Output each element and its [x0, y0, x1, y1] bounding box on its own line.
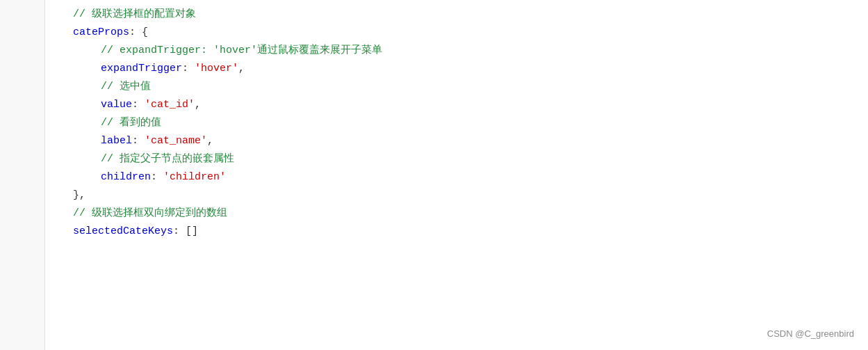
key-blue-text: value: [101, 96, 132, 114]
comment-text: // expandTrigger: 'hover'通过鼠标覆盖来展开子菜单: [101, 42, 382, 60]
code-line: label: 'cat_name',: [45, 132, 868, 150]
punctuation-text: :: [151, 168, 163, 186]
string-red-text: 'cat_name': [145, 132, 207, 150]
watermark: CSDN @C_greenbird: [767, 327, 854, 342]
code-line: cateProps: {: [45, 24, 868, 42]
punctuation-text: : []: [173, 223, 198, 241]
punctuation-text: ,: [195, 96, 201, 114]
punctuation-text: :: [182, 60, 195, 78]
code-line: },: [45, 186, 868, 205]
code-line: // expandTrigger: 'hover'通过鼠标覆盖来展开子菜单: [45, 42, 868, 60]
string-red-text: 'cat_id': [145, 96, 195, 114]
punctuation-text: },: [73, 186, 85, 205]
key-blue-text: cateProps: [73, 24, 129, 42]
string-red-text: 'children': [163, 168, 226, 186]
code-line: // 选中值: [45, 78, 868, 96]
code-line: // 级联选择框的配置对象: [45, 6, 868, 24]
code-line: value: 'cat_id',: [45, 96, 868, 114]
comment-text: // 选中值: [101, 78, 151, 96]
punctuation-text: ,: [207, 132, 213, 150]
comment-text: // 看到的值: [101, 114, 161, 132]
comment-text: // 级联选择框双向绑定到的数组: [73, 205, 227, 223]
key-blue-text: expandTrigger: [101, 60, 182, 78]
code-container: // 级联选择框的配置对象cateProps: {// expandTrigge…: [0, 0, 868, 350]
key-blue-text: label: [101, 132, 132, 150]
code-line: // 看到的值: [45, 114, 868, 132]
line-gutter: [0, 0, 45, 350]
punctuation-text: :: [132, 132, 145, 150]
code-line: expandTrigger: 'hover',: [45, 60, 868, 78]
punctuation-text: ,: [238, 60, 245, 78]
code-line: // 级联选择框双向绑定到的数组: [45, 205, 868, 223]
punctuation-text: :: [132, 96, 145, 114]
code-content: // 级联选择框的配置对象cateProps: {// expandTrigge…: [45, 0, 868, 350]
punctuation-text: : {: [129, 24, 148, 42]
code-line: selectedCateKeys: []: [45, 223, 868, 241]
string-red-text: 'hover': [195, 60, 238, 78]
key-blue-text: children: [101, 168, 151, 186]
code-line: // 指定父子节点的嵌套属性: [45, 150, 868, 168]
code-line: children: 'children': [45, 168, 868, 186]
comment-text: // 级联选择框的配置对象: [73, 6, 196, 24]
comment-text: // 指定父子节点的嵌套属性: [101, 150, 234, 168]
key-blue-text: selectedCateKeys: [73, 223, 173, 241]
